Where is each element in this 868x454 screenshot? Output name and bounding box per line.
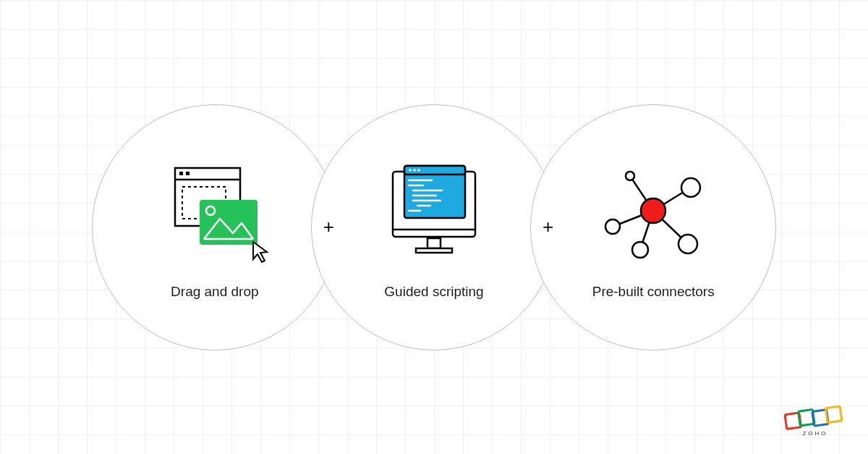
- svg-point-34: [641, 198, 665, 223]
- svg-point-31: [605, 219, 620, 234]
- feature-row: Drag and drop +: [0, 0, 868, 454]
- svg-point-33: [678, 235, 697, 253]
- zoho-logo: ZOHO: [784, 403, 846, 441]
- connectors-icon: [595, 155, 711, 271]
- feature-label: Guided scripting: [384, 284, 483, 300]
- plus-separator: +: [542, 216, 553, 238]
- feature-circle-drag-drop: Drag and drop: [92, 104, 338, 350]
- svg-rect-11: [416, 248, 452, 253]
- svg-point-16: [417, 169, 420, 172]
- brand-text: ZOHO: [802, 430, 827, 437]
- svg-point-14: [409, 169, 412, 172]
- svg-rect-10: [427, 238, 441, 248]
- svg-rect-3: [186, 172, 190, 175]
- plus-separator: +: [323, 216, 334, 238]
- feature-circle-connectors: Pre-built connectors: [530, 104, 776, 350]
- svg-point-29: [626, 172, 634, 180]
- feature-circle-scripting: Guided scripting: [311, 104, 557, 350]
- svg-rect-2: [179, 172, 183, 175]
- svg-point-15: [413, 169, 416, 172]
- svg-point-30: [681, 178, 700, 197]
- svg-point-32: [632, 242, 648, 258]
- drag-drop-icon: [161, 155, 269, 271]
- scripting-icon: [380, 155, 488, 271]
- feature-label: Pre-built connectors: [592, 284, 715, 300]
- feature-label: Drag and drop: [171, 284, 258, 300]
